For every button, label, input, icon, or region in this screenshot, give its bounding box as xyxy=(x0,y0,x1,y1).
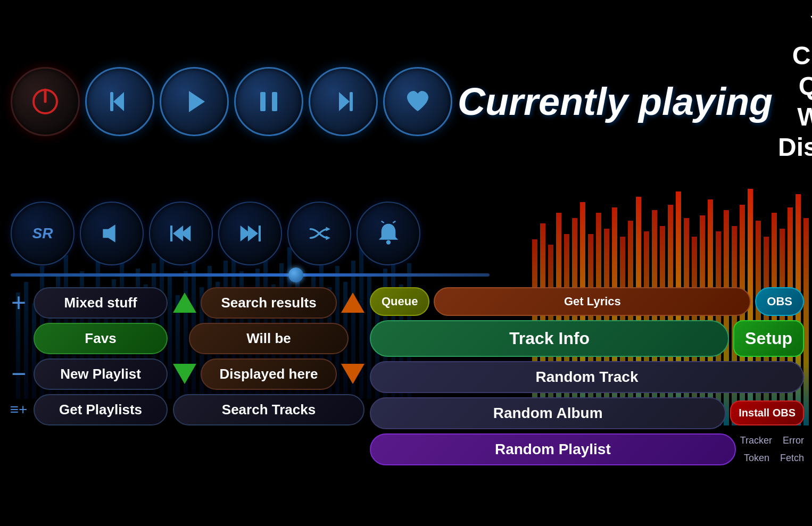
left-panel: + Mixed stuff Favs − New Playlist ≡+ Get… xyxy=(8,287,168,521)
svg-line-105 xyxy=(393,221,395,222)
svg-point-103 xyxy=(386,240,391,244)
middle-panel: Search results Will be Displayed here Se… xyxy=(173,287,364,521)
power-button[interactable] xyxy=(11,67,80,136)
random-playlist-button[interactable]: Random Playlist xyxy=(370,433,736,465)
shuffle-button[interactable] xyxy=(287,202,351,265)
svg-marker-89 xyxy=(189,91,205,112)
will-be-label: Will be xyxy=(189,323,349,354)
alarm-button[interactable] xyxy=(357,202,420,265)
get-playlists-button[interactable]: Get Playlists xyxy=(34,394,168,425)
sr-label: SR xyxy=(32,225,53,242)
small-links: Tracker Error Token Fetch xyxy=(740,435,804,464)
svg-marker-101 xyxy=(326,227,330,231)
error-link[interactable]: Error xyxy=(783,435,804,446)
queue-display-text: Your Current Queue Will be Displayed her… xyxy=(778,10,812,194)
progress-track[interactable] xyxy=(11,273,490,277)
new-playlist-button[interactable]: New Playlist xyxy=(34,358,168,390)
pause-button[interactable] xyxy=(234,67,303,136)
track-info-button[interactable]: Track Info xyxy=(370,320,729,357)
sr-button[interactable]: SR xyxy=(11,202,74,265)
svg-marker-87 xyxy=(113,92,124,111)
remove-icon[interactable]: − xyxy=(8,361,29,387)
queue-up-arrow[interactable] xyxy=(341,293,364,313)
random-track-button[interactable]: Random Track xyxy=(370,361,804,393)
favs-button[interactable]: Favs xyxy=(34,323,168,354)
svg-marker-102 xyxy=(326,236,330,240)
search-down-arrow[interactable] xyxy=(173,364,196,384)
install-obs-button[interactable]: Install OBS xyxy=(730,400,804,425)
svg-marker-99 xyxy=(248,226,258,241)
svg-rect-88 xyxy=(110,92,113,111)
favorite-button[interactable] xyxy=(383,67,452,136)
queue-down-arrow[interactable] xyxy=(341,364,364,384)
svg-rect-91 xyxy=(272,92,277,111)
rewind-button[interactable] xyxy=(149,202,213,265)
svg-rect-97 xyxy=(170,226,172,241)
random-album-button[interactable]: Random Album xyxy=(370,397,726,429)
svg-marker-92 xyxy=(339,92,350,111)
tracker-link[interactable]: Tracker xyxy=(740,435,772,446)
obs-button[interactable]: OBS xyxy=(755,287,804,316)
right-panel: Queue Get Lyrics OBS Track Info Setup Ra… xyxy=(370,287,804,521)
mute-button[interactable] xyxy=(80,202,144,265)
svg-rect-100 xyxy=(259,226,261,241)
fetch-link[interactable]: Fetch xyxy=(780,453,804,464)
search-tracks-button[interactable]: Search Tracks xyxy=(173,394,364,425)
previous-button[interactable] xyxy=(85,67,154,136)
queue-button[interactable]: Queue xyxy=(370,287,429,316)
next-button[interactable] xyxy=(309,67,378,136)
get-lyrics-button[interactable]: Get Lyrics xyxy=(434,287,751,316)
displayed-here-label: Displayed here xyxy=(201,358,337,390)
svg-rect-90 xyxy=(260,92,266,111)
token-link[interactable]: Token xyxy=(744,453,769,464)
playlist-icon[interactable]: ≡+ xyxy=(8,401,29,418)
setup-button[interactable]: Setup xyxy=(733,320,804,357)
play-button[interactable] xyxy=(160,67,229,136)
currently-playing-label: Currently playing xyxy=(458,80,773,123)
fastforward-button[interactable] xyxy=(218,202,282,265)
svg-line-104 xyxy=(382,221,384,222)
svg-rect-93 xyxy=(350,92,353,111)
search-up-arrow[interactable] xyxy=(173,293,196,313)
mixed-stuff-button[interactable]: Mixed stuff xyxy=(34,287,168,319)
svg-marker-94 xyxy=(103,224,115,242)
search-results-label: Search results xyxy=(201,287,337,319)
add-icon[interactable]: + xyxy=(8,290,29,315)
progress-thumb[interactable] xyxy=(288,268,303,282)
